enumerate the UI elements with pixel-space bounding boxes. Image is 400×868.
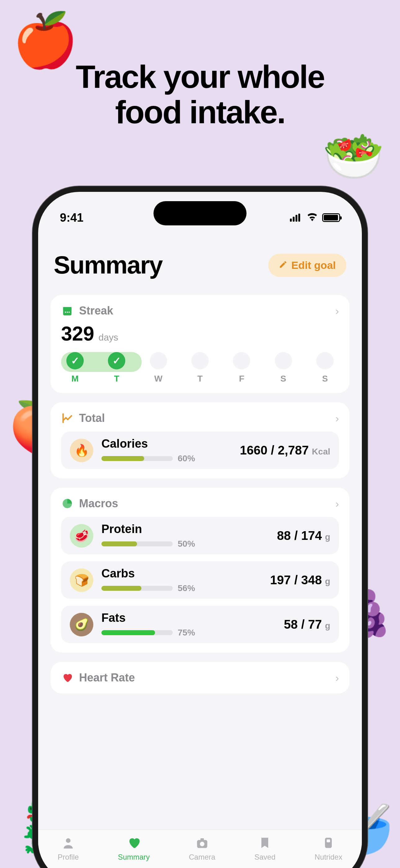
marketing-headline: Track your whole food intake.: [0, 59, 400, 130]
wifi-icon: [307, 213, 318, 223]
macro-icon: 🍞: [70, 568, 93, 592]
macro-name: Protein: [101, 523, 269, 536]
svg-point-2: [65, 312, 66, 313]
svg-rect-10: [327, 839, 330, 842]
day-empty-dot: [191, 352, 209, 369]
streak-day: M: [61, 352, 89, 384]
svg-point-3: [67, 312, 68, 313]
headline-line1: Track your whole: [0, 59, 400, 94]
day-label: T: [114, 374, 120, 384]
edit-goal-label: Edit goal: [291, 259, 336, 271]
day-label: T: [197, 374, 202, 384]
tab-profile[interactable]: Profile: [58, 835, 79, 862]
calories-pct: 60%: [178, 454, 195, 464]
day-label: S: [322, 374, 328, 384]
calories-unit: Kcal: [312, 447, 330, 457]
pie-chart-icon: [61, 497, 73, 510]
svg-rect-1: [63, 307, 72, 310]
streak-week-row: MTWTFSS: [61, 352, 339, 384]
macro-icon: 🥑: [70, 613, 93, 637]
calories-name: Calories: [101, 437, 232, 451]
day-label: S: [280, 374, 286, 384]
macros-rows-container: 🥩 Protein 50% 88 / 174 g 🍞 Carbs 56% 197…: [61, 517, 339, 643]
streak-day: W: [144, 352, 172, 384]
profile-icon: [61, 835, 76, 850]
flame-icon: 🔥: [70, 439, 93, 462]
tab-summary[interactable]: Summary: [118, 835, 150, 862]
line-chart-icon: [61, 412, 73, 424]
streak-day: S: [269, 352, 297, 384]
streak-day: T: [186, 352, 214, 384]
svg-rect-8: [200, 838, 204, 840]
tab-nutridex[interactable]: Nutridex: [315, 835, 342, 862]
calendar-icon: [61, 305, 73, 317]
streak-count: 329: [61, 322, 94, 345]
macro-value: 197 / 348: [270, 573, 322, 587]
chevron-right-icon: ›: [335, 305, 339, 317]
edit-goal-button[interactable]: Edit goal: [268, 254, 346, 277]
heart-icon: [61, 672, 73, 684]
svg-point-5: [66, 838, 71, 843]
macro-name: Fats: [101, 611, 276, 625]
streak-day: F: [228, 352, 256, 384]
nutridex-icon: [321, 835, 336, 850]
streak-unit: days: [99, 332, 118, 343]
check-circle-icon: [66, 352, 84, 369]
macro-bar: [101, 586, 173, 591]
dynamic-island: [154, 201, 246, 225]
fruit-bowl-illustration: 🥗: [323, 127, 385, 185]
calories-row: 🔥 Calories 60% 1660 / 2,787 Kcal: [61, 432, 339, 469]
camera-icon: [195, 835, 210, 850]
streak-day: S: [311, 352, 339, 384]
macro-value: 58 / 77: [284, 617, 322, 631]
pencil-icon: [279, 259, 288, 271]
tab-camera[interactable]: Camera: [189, 835, 215, 862]
tab-label: Camera: [189, 853, 215, 862]
macro-bar: [101, 541, 173, 547]
total-card[interactable]: Total › 🔥 Calories 60% 1660 / 2,787: [51, 402, 349, 478]
page-header: Summary Edit goal: [38, 232, 362, 289]
macro-bar: [101, 630, 173, 635]
summary-icon: [127, 835, 141, 850]
svg-rect-9: [325, 838, 332, 848]
macros-card[interactable]: Macros › 🥩 Protein 50% 88 / 174 g 🍞 Carb…: [51, 488, 349, 653]
chevron-right-icon: ›: [335, 412, 339, 424]
saved-icon: [257, 835, 272, 850]
tab-label: Profile: [58, 853, 79, 862]
day-empty-dot: [233, 352, 250, 369]
macros-section-label: Macros: [79, 497, 118, 510]
tab-saved[interactable]: Saved: [254, 835, 275, 862]
day-empty-dot: [316, 352, 334, 369]
tab-bar: Profile Summary Camera Saved Nutridex: [38, 830, 362, 868]
heart-rate-section-label: Heart Rate: [79, 671, 135, 684]
calories-bar: [101, 456, 173, 461]
phone-screen: 9:41 Summary Edit goal: [38, 192, 362, 868]
macro-unit: g: [325, 621, 330, 631]
check-circle-icon: [108, 352, 125, 369]
page-title: Summary: [54, 251, 163, 279]
headline-line2: food intake.: [0, 94, 400, 130]
day-empty-dot: [275, 352, 292, 369]
tab-label: Summary: [118, 853, 150, 862]
macro-row: 🍞 Carbs 56% 197 / 348 g: [61, 561, 339, 599]
battery-icon: [322, 213, 340, 222]
tab-label: Nutridex: [315, 853, 342, 862]
streak-card[interactable]: Streak › 329 days MTWTFSS: [51, 295, 349, 393]
streak-section-label: Streak: [79, 304, 113, 317]
tab-label: Saved: [254, 853, 275, 862]
svg-point-7: [200, 842, 204, 846]
chevron-right-icon: ›: [335, 498, 339, 510]
macro-row: 🥑 Fats 75% 58 / 77 g: [61, 606, 339, 643]
macro-value: 88 / 174: [277, 529, 322, 542]
svg-point-4: [69, 312, 70, 313]
cellular-signal-icon: [290, 214, 302, 222]
calories-value: 1660 / 2,787: [240, 443, 308, 457]
status-indicators: [290, 213, 340, 223]
macro-name: Carbs: [101, 567, 262, 580]
macro-row: 🥩 Protein 50% 88 / 174 g: [61, 517, 339, 554]
day-label: W: [154, 374, 162, 384]
heart-rate-card[interactable]: Heart Rate ›: [51, 662, 349, 693]
macro-unit: g: [325, 577, 330, 586]
macro-pct: 75%: [178, 628, 195, 638]
day-label: M: [71, 374, 78, 384]
